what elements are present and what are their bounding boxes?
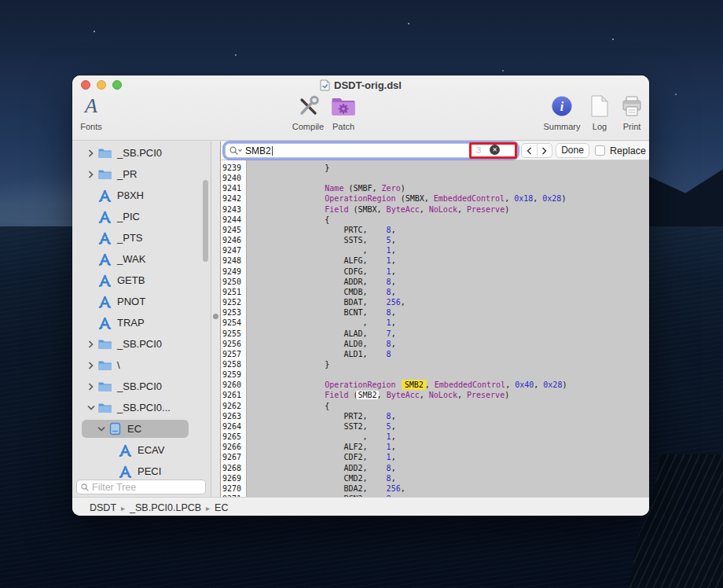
filter-tree-field[interactable] xyxy=(76,480,206,494)
line-number: 9269 xyxy=(221,473,246,483)
method-icon xyxy=(96,253,113,266)
line-number: 9250 xyxy=(221,277,246,287)
find-previous-button[interactable] xyxy=(522,144,538,157)
line-number: 9247 xyxy=(221,245,246,255)
code-line[interactable] xyxy=(249,369,649,380)
chevron-down-icon[interactable] xyxy=(96,426,106,432)
breadcrumb-item[interactable]: EC xyxy=(215,502,228,513)
breadcrumb-item[interactable]: DSDT xyxy=(90,502,116,513)
breadcrumb-item[interactable]: _SB.PCI0.LPCB xyxy=(130,502,201,513)
chevron-right-icon[interactable] xyxy=(86,383,96,391)
clear-search-button[interactable]: ✕ xyxy=(490,145,500,155)
code-line[interactable]: CDF2, 1, xyxy=(249,452,649,462)
code-line[interactable]: Field (SMBX, ByteAcc, NoLock, Preserve) xyxy=(249,204,649,215)
code-line[interactable]: CMDB, 8, xyxy=(249,287,649,297)
line-number: 9252 xyxy=(221,297,246,307)
folder-icon xyxy=(96,168,113,180)
sidebar-scrollbar[interactable] xyxy=(203,180,208,262)
tree-item-label: GETB xyxy=(117,274,145,286)
folder-icon xyxy=(96,147,113,159)
code-line[interactable]: SSTS, 5, xyxy=(249,235,649,245)
code-line[interactable]: BDAT, 256, xyxy=(249,297,649,307)
code-line[interactable]: ALAD, 7, xyxy=(249,329,649,339)
replace-checkbox[interactable] xyxy=(595,145,605,156)
line-number: 9261 xyxy=(221,390,246,400)
sidebar-item-pic[interactable]: _PIC xyxy=(72,206,211,227)
patch-button[interactable]: Patch xyxy=(320,93,367,131)
code-line[interactable] xyxy=(249,173,649,183)
code-line[interactable]: ALD1, 8 xyxy=(249,349,649,359)
code-line[interactable]: { xyxy=(249,401,649,411)
code-area[interactable]: } Name (SMBF, Zero) OperationRegion (SMB… xyxy=(248,160,649,497)
code-line[interactable]: PRTC, 8, xyxy=(249,225,649,235)
code-line[interactable]: { xyxy=(249,215,649,225)
line-number: 9266 xyxy=(221,442,246,452)
sidebar-item-sbpci0[interactable]: _SB.PCI0 xyxy=(72,333,211,355)
split-divider-handle[interactable] xyxy=(213,314,218,319)
sidebar-item-ecav[interactable]: ECAV xyxy=(72,439,211,461)
code-line[interactable]: ADDR, 8, xyxy=(249,277,649,287)
split-divider[interactable] xyxy=(211,141,220,497)
breadcrumb-separator: ▸ xyxy=(206,504,210,513)
chevron-right-icon[interactable] xyxy=(86,362,96,369)
method-icon xyxy=(96,296,113,308)
sidebar-item-wak[interactable]: _WAK xyxy=(72,248,211,270)
sidebar-item-pts[interactable]: _PTS xyxy=(72,227,211,248)
code-line[interactable]: Field (SMB2, ByteAcc, NoLock, Preserve) xyxy=(249,390,649,400)
code-line[interactable]: OperationRegion (SMBX, EmbeddedControl, … xyxy=(249,193,649,204)
sidebar-item-sbpci0[interactable]: _SB.PCI0 xyxy=(72,142,211,164)
search-match-current: SMB2 xyxy=(402,380,427,390)
code-line[interactable]: ADD2, 8, xyxy=(249,463,649,473)
chevron-right-icon[interactable] xyxy=(86,171,96,178)
folder-icon xyxy=(96,338,113,350)
line-number: 9253 xyxy=(221,307,246,318)
line-number: 9243 xyxy=(221,204,246,215)
tree-item-label: PECI xyxy=(138,465,161,477)
fonts-icon: A xyxy=(85,94,97,118)
code-line[interactable]: PRT2, 8, xyxy=(249,411,649,421)
sidebar-item-sbpci0[interactable]: _SB.PCI0... xyxy=(72,397,211,418)
sidebar-item-pnot[interactable]: PNOT xyxy=(72,291,211,312)
code-line[interactable]: , 1, xyxy=(249,432,649,442)
code-line[interactable]: ALD0, 8, xyxy=(249,339,649,349)
sidebar-item-trap[interactable]: TRAP xyxy=(72,312,211,333)
search-menu-icon[interactable] xyxy=(229,146,242,155)
code-line[interactable]: } xyxy=(249,163,649,173)
code-line[interactable]: CDFG, 1, xyxy=(249,266,649,277)
sidebar-item-ec[interactable]: EC xyxy=(72,418,211,439)
code-line[interactable]: , 1, xyxy=(249,245,649,255)
chevron-right-icon[interactable] xyxy=(86,340,96,348)
chevron-right-icon[interactable] xyxy=(86,149,96,157)
sidebar-item-p8xh[interactable]: P8XH xyxy=(72,185,211,206)
code-line[interactable]: Name (SMBF, Zero) xyxy=(249,183,649,193)
code-line[interactable]: , 1, xyxy=(249,318,649,328)
code-line[interactable]: ALFG, 1, xyxy=(249,255,649,266)
code-editor[interactable]: 9239924092419242924392449245924692479248… xyxy=(221,160,649,497)
code-line[interactable]: OperationRegion (SMB2, EmbeddedControl, … xyxy=(249,380,649,390)
code-line[interactable]: BDA2, 256, xyxy=(249,483,649,494)
line-number: 9265 xyxy=(221,432,246,442)
code-line[interactable]: SST2, 5, xyxy=(249,421,649,432)
code-line[interactable]: ALF2, 1, xyxy=(249,442,649,452)
search-match: SMB2 xyxy=(356,391,378,399)
sidebar-item-getb[interactable]: GETB xyxy=(72,270,211,291)
method-icon xyxy=(116,465,134,478)
method-icon xyxy=(96,211,113,223)
code-line[interactable]: CMD2, 8, xyxy=(249,473,649,483)
sidebar-item-[interactable]: \ xyxy=(72,355,211,376)
app-window: DSDT-orig.dsl A Fonts Compile xyxy=(72,75,649,516)
filter-tree-input[interactable] xyxy=(92,482,182,493)
sidebar-item-pr[interactable]: _PR xyxy=(72,164,211,185)
done-button[interactable]: Done xyxy=(556,143,589,158)
code-line[interactable]: BCNT, 8, xyxy=(249,307,649,318)
find-next-button[interactable] xyxy=(538,144,552,157)
print-button[interactable]: Print xyxy=(608,93,649,131)
sidebar-item-sbpci0[interactable]: _SB.PCI0 xyxy=(72,376,211,397)
sidebar-item-peci[interactable]: PECI xyxy=(72,461,211,482)
chevron-down-icon[interactable] xyxy=(86,405,96,410)
line-number: 9260 xyxy=(221,380,246,390)
find-field[interactable]: SMB2 xyxy=(225,143,517,158)
fonts-button[interactable]: A Fonts xyxy=(72,93,115,131)
code-line[interactable]: } xyxy=(249,359,649,369)
window-title: DSDT-orig.dsl xyxy=(334,79,402,91)
